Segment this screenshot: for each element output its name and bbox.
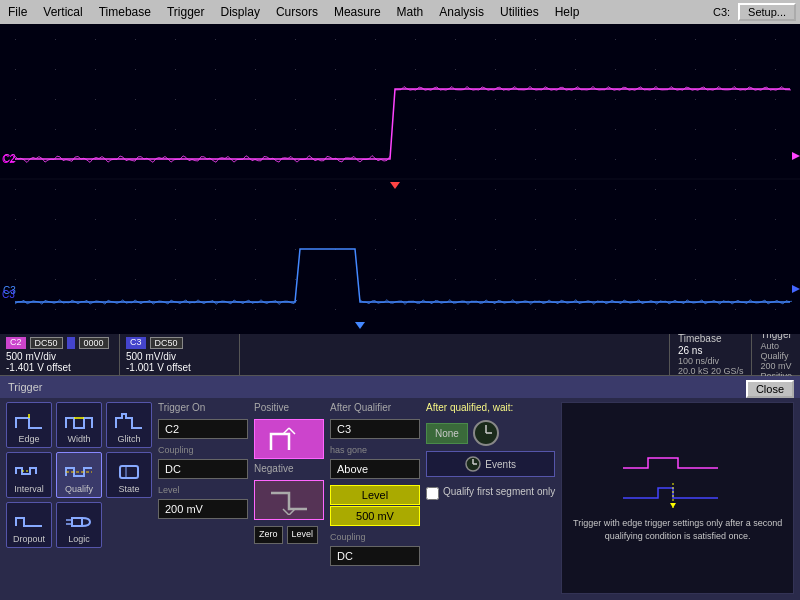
negative-slope-button[interactable] [254, 480, 324, 520]
trigger-qualify: Qualify [760, 351, 792, 361]
after-qualifier-section: After Qualifier C3 has gone Above Level … [330, 402, 420, 594]
after-qualifier-label: After Qualifier [330, 402, 420, 413]
menu-file[interactable]: File [0, 3, 35, 21]
width-button[interactable]: Width [56, 402, 102, 448]
panel-title: Trigger [8, 381, 42, 393]
trigger-level-value[interactable]: 200 mV [158, 499, 248, 519]
aq-level-value[interactable]: Level [330, 485, 420, 505]
events-button[interactable]: Events [426, 451, 555, 477]
menu-math[interactable]: Math [389, 3, 432, 21]
panel-header: Trigger Close [0, 376, 800, 398]
menu-trigger[interactable]: Trigger [159, 3, 213, 21]
ch3-dc50-badge: DC50 [150, 337, 183, 349]
timebase-section: Timebase 26 ns 100 ns/div 20.0 kS 20 GS/… [669, 334, 752, 375]
trigger-mode: Auto [760, 341, 792, 351]
menu-timebase[interactable]: Timebase [91, 3, 159, 21]
scope-display: C2 C3 [0, 24, 800, 334]
menu-display[interactable]: Display [213, 3, 268, 21]
waveform-canvas [0, 24, 800, 334]
ch3-badge: C3 [126, 337, 146, 349]
ch2-dc50-badge: DC50 [30, 337, 63, 349]
negative-slope-icon [269, 485, 309, 515]
aq-level-section: Level 500 mV [330, 485, 420, 526]
coupling-value[interactable]: DC [158, 459, 248, 479]
timebase-hdiv: 100 ns/div [678, 356, 744, 366]
qualify-first-checkbox[interactable] [426, 487, 439, 500]
ch2-axis-label: C2 [2, 154, 15, 165]
interval-icon [14, 460, 44, 482]
interval-button[interactable]: Interval [6, 452, 52, 498]
menubar: File Vertical Timebase Trigger Display C… [0, 0, 800, 24]
positive-label: Positive [254, 402, 324, 413]
close-button[interactable]: Close [746, 380, 794, 398]
after-qualifier-value[interactable]: C3 [330, 419, 420, 439]
trigger-mode-buttons: Edge Width Glitch [6, 402, 152, 594]
edge-button[interactable]: Edge [6, 402, 52, 448]
channel-label: C3: [709, 6, 734, 18]
none-row: None [426, 419, 555, 447]
ch2-extra-badge [67, 337, 75, 349]
logic-icon [64, 510, 94, 532]
glitch-icon [114, 410, 144, 432]
logic-button[interactable]: Logic [56, 502, 102, 548]
timebase-info: Timebase 26 ns 100 ns/div 20.0 kS 20 GS/… [669, 334, 800, 375]
none-button[interactable]: None [426, 423, 468, 444]
slope-section: Positive Negative Zero Level [254, 402, 324, 594]
timing-diagram [618, 453, 738, 513]
width-icon [64, 410, 94, 432]
timebase-sample: 20.0 kS 20 GS/s [678, 366, 744, 376]
positive-slope-button[interactable] [254, 419, 324, 459]
trigger-on-value[interactable]: C2 [158, 419, 248, 439]
trigger-section: Trigger Auto Qualify 200 mV Positive [751, 334, 800, 375]
menu-help[interactable]: Help [547, 3, 588, 21]
events-icon [465, 456, 481, 472]
coupling-label: Coupling [158, 445, 248, 455]
menu-vertical[interactable]: Vertical [35, 3, 90, 21]
menubar-right: C3: Setup... [709, 3, 800, 21]
aq-coupling-value[interactable]: DC [330, 546, 420, 566]
qualify-first-check: Qualify first segment only [426, 485, 555, 500]
qualify-button[interactable]: Qualify [56, 452, 102, 498]
ch3-offset: -1.001 V offset [126, 362, 233, 373]
zero-level-section: Zero Level [254, 526, 324, 544]
state-button[interactable]: State [106, 452, 152, 498]
dropout-icon [14, 510, 44, 532]
menu-cursors[interactable]: Cursors [268, 3, 326, 21]
edge-icon [14, 410, 44, 432]
glitch-button[interactable]: Glitch [106, 402, 152, 448]
ch2-status: C2 DC50 0000 500 mV/div -1.401 V offset [0, 334, 120, 375]
trigger-diagram: Trigger with edge trigger settings only … [561, 402, 794, 594]
trigger-panel: Trigger Close Edge Width [0, 376, 800, 600]
menu-measure[interactable]: Measure [326, 3, 389, 21]
trigger-on-section: Trigger On C2 Coupling DC Level 200 mV [158, 402, 248, 594]
aq-level-amount[interactable]: 500 mV [330, 506, 420, 526]
aq-coupling-label: Coupling [330, 532, 420, 542]
svg-rect-3 [120, 466, 138, 478]
timebase-value: 26 ns [678, 345, 744, 356]
menu-utilities[interactable]: Utilities [492, 3, 547, 21]
ch2-offset: -1.401 V offset [6, 362, 113, 373]
after-wait-label: After qualified, wait: [426, 402, 555, 413]
clock-icon [472, 419, 500, 447]
empty-cell [106, 502, 152, 548]
ch3-header: C3 DC50 [126, 337, 233, 349]
ch2-extra2-badge: 0000 [79, 337, 109, 349]
dropout-button[interactable]: Dropout [6, 502, 52, 548]
ch3-vdiv: 500 mV/div [126, 351, 233, 362]
menu-analysis[interactable]: Analysis [431, 3, 492, 21]
level-label: Level [158, 485, 248, 495]
zero-label: Zero [254, 526, 283, 544]
setup-button[interactable]: Setup... [738, 3, 796, 21]
has-gone-label: has gone [330, 445, 420, 455]
ch3-axis-label: C3 [2, 289, 15, 300]
ch2-badge: C2 [6, 337, 26, 349]
qualify-first-label: Qualify first segment only [443, 485, 555, 498]
positive-slope-icon [269, 424, 309, 454]
above-value[interactable]: Above [330, 459, 420, 479]
svg-rect-5 [72, 518, 82, 526]
timebase-label: Timebase [678, 333, 744, 344]
qualify-icon [64, 460, 94, 482]
after-wait-section: After qualified, wait: None Events [426, 402, 555, 594]
ch2-vdiv: 500 mV/div [6, 351, 113, 362]
zero-level-box[interactable]: Level [287, 526, 319, 544]
